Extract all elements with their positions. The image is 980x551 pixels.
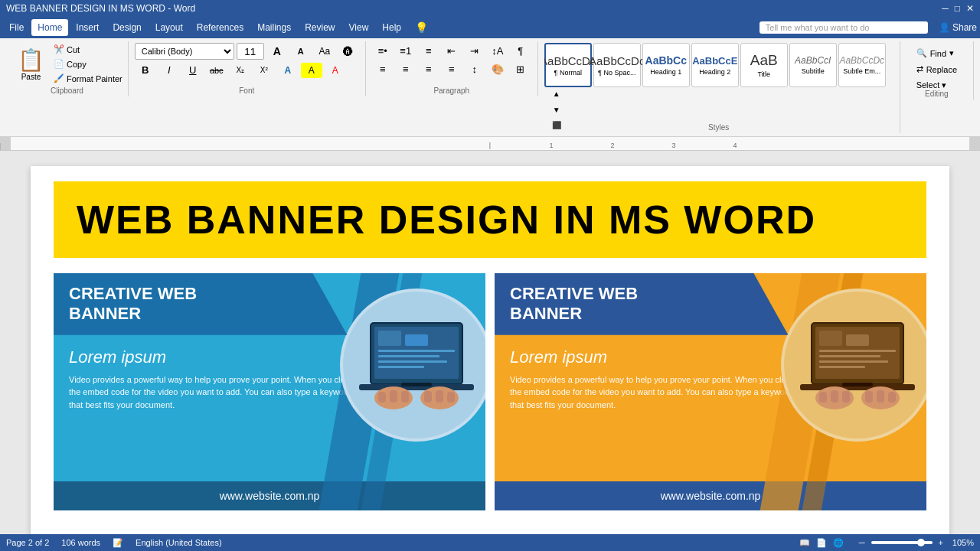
menu-home[interactable]: Home (31, 19, 68, 36)
font-size-input[interactable] (237, 43, 264, 60)
read-mode-icon[interactable]: 📖 (799, 538, 810, 548)
bold-button[interactable]: B (135, 62, 156, 78)
underline-button[interactable]: U (182, 62, 204, 78)
subscript-button[interactable]: X₂ (230, 64, 251, 77)
svg-rect-31 (819, 355, 880, 357)
superscript-button[interactable]: X² (253, 64, 275, 77)
text-effect-button[interactable]: A (277, 63, 299, 78)
borders-button[interactable]: ⊞ (510, 61, 531, 77)
laptop-svg-orange (796, 315, 919, 415)
style-no-spacing[interactable]: AaBbCcDc ¶ No Spac... (593, 43, 641, 87)
decrease-indent-button[interactable]: ⇤ (441, 43, 462, 59)
find-button[interactable]: 🔍 Find ▾ (913, 46, 961, 60)
font-color-button[interactable]: A (325, 63, 346, 78)
styles-scroll-up[interactable]: ▲ (546, 87, 567, 100)
format-painter-button[interactable]: 🖌️ Format Painter (51, 72, 125, 85)
find-label: Find (930, 49, 946, 58)
banner-title-text: WEB BANNER DESIGN IN MS WORD (77, 197, 903, 243)
increase-indent-button[interactable]: ⇥ (464, 43, 485, 59)
menu-references[interactable]: References (191, 19, 250, 36)
svg-rect-35 (842, 383, 873, 386)
svg-rect-33 (819, 366, 865, 368)
menu-file[interactable]: File (3, 19, 30, 36)
font-grow-button[interactable]: A (266, 43, 288, 60)
bullets-button[interactable]: ≡• (372, 43, 394, 59)
menu-help[interactable]: Help (376, 19, 407, 36)
menu-insert[interactable]: Insert (70, 19, 105, 36)
banner1-heading: CREATIVE WEB BANNER (69, 284, 384, 324)
style-heading1[interactable]: AaBbCc Heading 1 (642, 43, 690, 87)
zoom-out-icon[interactable]: ─ (859, 538, 865, 547)
highlight-button[interactable]: A (301, 63, 322, 78)
multilevel-button[interactable]: ≡ (418, 43, 439, 59)
justify-button[interactable]: ≡ (441, 61, 462, 77)
share-button[interactable]: 👤 Share (939, 22, 977, 33)
font-case-button[interactable]: Aa (314, 44, 335, 59)
menu-review[interactable]: Review (299, 19, 341, 36)
copy-icon: 📄 (54, 59, 64, 69)
font-name-select[interactable]: Calibri (Body) (135, 43, 234, 60)
word-count: 106 words (61, 538, 100, 547)
editing-group: 🔍 Find ▾ ⇄ Replace Select ▾ Editing (900, 41, 974, 99)
ruler: | 1 2 3 4 (0, 137, 980, 151)
strikethrough-button[interactable]: abc (206, 64, 227, 77)
close-btn[interactable]: ✕ (966, 3, 974, 14)
zoom-slider[interactable] (871, 541, 933, 544)
svg-rect-43 (888, 392, 896, 403)
align-center-button[interactable]: ≡ (395, 61, 416, 77)
numbering-button[interactable]: ≡1 (395, 43, 416, 59)
paste-button[interactable]: 📋 Paste (12, 43, 50, 85)
sort-button[interactable]: ↕A (487, 43, 508, 59)
replace-label: Replace (926, 65, 957, 74)
cut-label: Cut (67, 45, 80, 54)
copy-button[interactable]: 📄 Copy (51, 57, 125, 70)
style-subtle-em[interactable]: AaBbCcDc Subtle Em... (838, 43, 886, 87)
style-heading1-sample: AaBbCc (645, 54, 687, 67)
laptop-circle-blue (340, 289, 485, 442)
svg-rect-21 (401, 391, 409, 403)
style-title-sample: AaB (750, 52, 778, 69)
paste-icon: 📋 (18, 47, 44, 73)
line-spacing-button[interactable]: ↕ (464, 61, 485, 77)
menu-design[interactable]: Design (106, 19, 147, 36)
para-row1: ≡• ≡1 ≡ ⇤ ⇥ ↕A ¶ (372, 43, 531, 59)
style-subtitle-label: Subtitle (802, 67, 825, 75)
zoom-percent[interactable]: 105% (949, 538, 974, 547)
align-left-button[interactable]: ≡ (372, 61, 394, 77)
style-subtitle[interactable]: AaBbCcI Subtitle (789, 43, 837, 87)
spelling-check-icon[interactable]: 📝 (113, 538, 123, 548)
style-title[interactable]: AaB Title (740, 43, 788, 87)
svg-rect-8 (378, 331, 401, 346)
search-bar[interactable]: Tell me what you want to do (760, 21, 928, 34)
language[interactable]: English (United States) (136, 538, 222, 547)
style-heading2[interactable]: AaBbCcE Heading 2 (691, 43, 739, 87)
minimize-btn[interactable]: ─ (942, 3, 949, 14)
align-right-button[interactable]: ≡ (418, 61, 439, 77)
banner2-footer: www.website.com.np (495, 481, 926, 510)
maximize-btn[interactable]: □ (955, 3, 960, 14)
web-layout-icon[interactable]: 🌐 (833, 538, 844, 548)
svg-text:|: | (489, 142, 491, 149)
style-normal[interactable]: AaBbCcDc ¶ Normal (544, 43, 592, 87)
menu-mailings[interactable]: Mailings (251, 19, 297, 36)
share-label: Share (952, 22, 977, 33)
svg-rect-9 (405, 334, 428, 346)
lightbulb-icon[interactable]: 💡 (409, 18, 434, 37)
banner-blue: CREATIVE WEB BANNER Lorem ipsum Video pr… (54, 273, 485, 510)
cut-button[interactable]: ✂️ Cut (51, 43, 125, 56)
shading-button[interactable]: 🎨 (487, 61, 508, 77)
document-area: WEB BANNER DESIGN IN MS WORD (0, 151, 980, 534)
styles-scroll-down[interactable]: ▼ (546, 103, 567, 116)
font-shrink-button[interactable]: A (290, 44, 312, 58)
show-marks-button[interactable]: ¶ (510, 43, 531, 59)
italic-button[interactable]: I (158, 62, 180, 78)
zoom-in-icon[interactable]: + (939, 538, 943, 547)
svg-text:4: 4 (733, 142, 737, 149)
menu-layout[interactable]: Layout (149, 19, 189, 36)
menu-view[interactable]: View (343, 19, 375, 36)
print-layout-icon[interactable]: 📄 (816, 538, 827, 548)
clear-format-button[interactable]: 🅐 (338, 44, 359, 60)
svg-rect-20 (390, 390, 397, 403)
clipboard-label: Clipboard (6, 86, 128, 95)
replace-button[interactable]: ⇄ Replace (913, 62, 961, 77)
